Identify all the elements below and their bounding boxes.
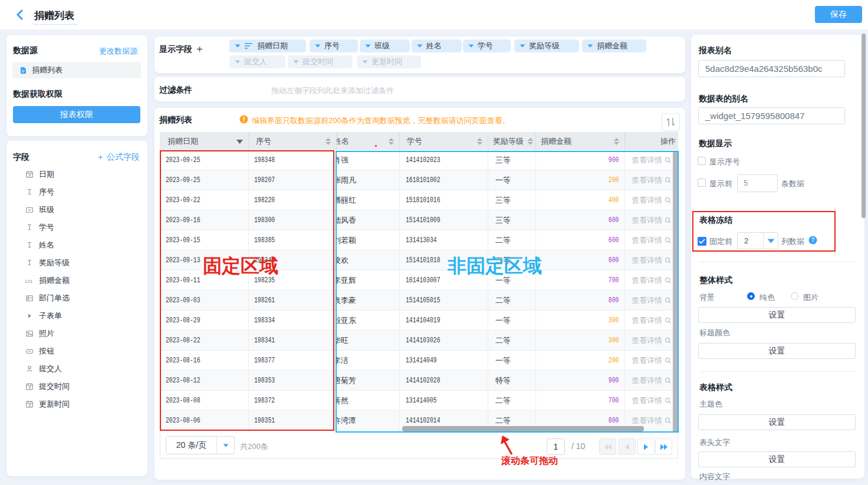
svg-text:?: ? (811, 237, 815, 243)
svg-text:123: 123 (25, 279, 32, 284)
